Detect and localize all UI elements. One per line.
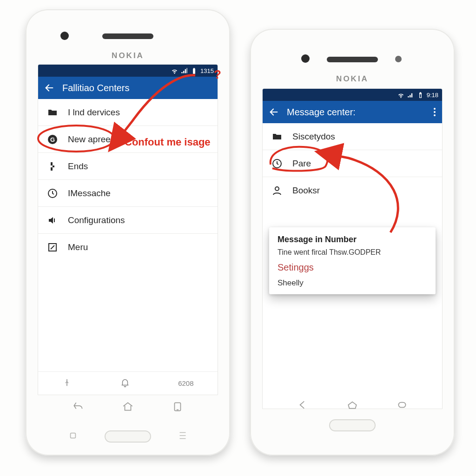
- nav-back-icon[interactable]: [70, 401, 86, 415]
- nav-back-icon[interactable]: [295, 399, 311, 413]
- row-label: New apree: [68, 134, 111, 145]
- status-bar: 1315: [38, 65, 218, 77]
- list-item[interactable]: G New apree: [38, 126, 218, 153]
- pin-icon[interactable]: [62, 377, 72, 389]
- wifi-icon: [397, 92, 404, 99]
- icon: [175, 430, 191, 443]
- segments-icon: [46, 161, 59, 172]
- screen-left: 1315 Fallitiao Centers I lnd dervices G …: [38, 64, 218, 395]
- dialog-title: Message in Number: [278, 235, 427, 245]
- g-badge-icon: G: [46, 134, 59, 145]
- bell-icon[interactable]: [120, 377, 130, 389]
- row-label: Pare: [292, 159, 311, 169]
- speaker-icon: [46, 215, 59, 226]
- svg-rect-3: [53, 165, 54, 167]
- icon: [65, 430, 81, 443]
- dialog-link[interactable]: Setinggs: [278, 262, 427, 273]
- screen-bottom-bar: 6208: [38, 371, 218, 395]
- page-title: Message center:: [287, 107, 425, 118]
- battery-icon: [417, 92, 424, 99]
- signal-icon: [407, 92, 414, 99]
- row-label: Booksr: [292, 185, 320, 196]
- nav-recent-icon[interactable]: [170, 401, 185, 415]
- clock-label: 9:18: [427, 92, 438, 99]
- list-item[interactable]: Meru: [38, 234, 218, 261]
- phone-mockup-left: NOKIA 1315 Fallitiao Centers: [26, 9, 230, 456]
- clock-icon: [271, 158, 283, 169]
- svg-text:G: G: [50, 136, 55, 143]
- list-item[interactable]: Ends: [38, 153, 218, 180]
- clock-icon: [46, 188, 59, 199]
- camera-dot: [301, 54, 310, 63]
- row-label: Configurations: [68, 215, 125, 225]
- row-label: Siscetydos: [292, 132, 335, 142]
- list-item[interactable]: I lnd dervices: [38, 99, 218, 126]
- wifi-icon: [171, 67, 178, 74]
- camera-dot: [60, 32, 69, 40]
- dialog-option[interactable]: Sheelly: [278, 278, 427, 288]
- signal-icon: [181, 67, 188, 74]
- svg-rect-8: [71, 433, 76, 438]
- back-icon[interactable]: [267, 106, 280, 119]
- brand-label: NOKIA: [26, 51, 230, 60]
- row-label: I lnd dervices: [68, 107, 120, 118]
- list-item[interactable]: Siscetydos: [263, 123, 442, 150]
- settings-list: Siscetydos Pare Booksr: [263, 123, 442, 204]
- list-item[interactable]: Booksr: [263, 177, 442, 204]
- svg-point-10: [275, 187, 279, 191]
- nav-home-icon[interactable]: [344, 399, 360, 413]
- folder-icon: [271, 131, 283, 142]
- settings-list: I lnd dervices G New apree Ends IMessach…: [38, 99, 218, 261]
- folder-icon: [46, 107, 59, 118]
- screen-right: 9:18 Message center: Siscetydos Pare: [262, 88, 443, 409]
- innerbar-number: 6208: [178, 379, 193, 387]
- svg-rect-11: [398, 403, 405, 408]
- earpiece-speaker: [327, 57, 378, 62]
- home-pill[interactable]: [105, 430, 151, 443]
- phone-mockup-right: NOKIA 9:18 Message center:: [250, 29, 455, 456]
- edit-box-icon: [46, 242, 59, 253]
- app-bar: Fallitiao Centers: [38, 77, 218, 99]
- overflow-menu-icon[interactable]: [432, 106, 437, 118]
- nav-home-icon[interactable]: [120, 401, 136, 415]
- status-bar: 9:18: [263, 89, 442, 101]
- list-item[interactable]: Configurations: [38, 207, 218, 234]
- person-icon: [271, 185, 283, 196]
- nav-recent-icon[interactable]: [394, 399, 410, 413]
- hardware-nav-2: [26, 430, 230, 443]
- brand-label: NOKIA: [250, 74, 455, 84]
- page-title: Fallitiao Centers: [62, 83, 213, 93]
- clock-label: 1315: [200, 67, 214, 74]
- svg-rect-4: [51, 167, 53, 171]
- dialog-card: Message in Number Tine went fircal Thsw.…: [269, 227, 436, 294]
- back-icon[interactable]: [43, 81, 56, 94]
- sensor-dot: [395, 56, 402, 62]
- earpiece-speaker: [102, 33, 153, 39]
- home-pill[interactable]: [329, 419, 376, 431]
- list-item[interactable]: Pare: [263, 150, 442, 177]
- app-bar: Message center:: [263, 101, 442, 123]
- hardware-nav: [26, 401, 230, 415]
- row-label: Ends: [68, 161, 88, 172]
- row-label: IMessache: [68, 188, 111, 198]
- row-label: Meru: [68, 242, 88, 252]
- battery-icon: [191, 67, 198, 74]
- list-item[interactable]: IMessache: [38, 180, 218, 207]
- hardware-nav: [250, 399, 455, 413]
- dialog-text: Tine went fircal Thsw.GODPER: [278, 248, 427, 257]
- svg-rect-2: [51, 162, 53, 165]
